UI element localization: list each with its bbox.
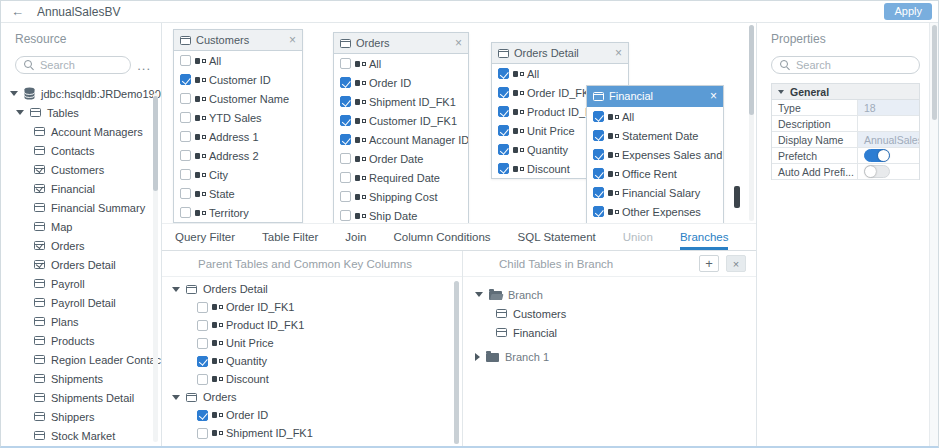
column-row[interactable]: Shipping Cost [334, 187, 468, 206]
tree-group-orders[interactable]: Orders [162, 388, 462, 406]
checkbox[interactable] [197, 338, 208, 349]
tree-group-orders-detail[interactable]: Orders Detail [162, 280, 462, 298]
column-row[interactable]: Other Expenses [587, 202, 723, 221]
tree-item-table[interactable]: Shipments Detail [1, 388, 161, 407]
checkbox[interactable] [197, 446, 208, 447]
key-column-row[interactable]: Discount [162, 370, 462, 388]
caret-right-icon[interactable] [475, 353, 480, 361]
checkbox[interactable] [593, 149, 604, 160]
table-card-orders[interactable]: Orders× All Order ID Shipment ID_FK1 Cus… [333, 32, 469, 223]
tree-item-table[interactable]: Plans [1, 312, 161, 331]
close-icon[interactable]: × [289, 34, 296, 46]
table-card-financial[interactable]: Financial× All Statement Date Expenses S… [586, 85, 724, 223]
caret-down-icon[interactable] [475, 292, 483, 297]
checkbox[interactable] [340, 115, 351, 126]
checkbox[interactable] [593, 111, 604, 122]
property-value-input[interactable] [858, 116, 919, 131]
checkbox[interactable] [180, 74, 191, 85]
tree-item-connection[interactable]: jdbc:hsqldb:JRDemo1900 [1, 84, 161, 103]
checkbox[interactable] [498, 125, 509, 136]
column-row[interactable]: Statement Date [587, 126, 723, 145]
checkbox[interactable] [498, 68, 509, 79]
branch-row[interactable]: Branch [463, 285, 756, 304]
tree-item-table[interactable]: Top 10 Hospitals [1, 445, 161, 446]
column-row[interactable]: All [334, 54, 468, 73]
more-options-button[interactable]: ... [137, 63, 151, 68]
tree-item-table[interactable]: Region Leader Contact [1, 350, 161, 369]
tree-item-table[interactable]: Payroll [1, 274, 161, 293]
checkbox[interactable] [180, 131, 191, 142]
tree-item-table[interactable]: Stock Market [1, 426, 161, 445]
checkbox[interactable] [180, 112, 191, 123]
column-row[interactable]: Customer Name [174, 89, 302, 108]
checkbox[interactable] [340, 96, 351, 107]
checkbox[interactable] [197, 356, 208, 367]
checkbox[interactable] [197, 302, 208, 313]
tree-item-table[interactable]: Map [1, 217, 161, 236]
checkbox[interactable] [498, 87, 509, 98]
tab-column-conditions[interactable]: Column Conditions [393, 224, 490, 250]
tree-item-table[interactable]: Shippers [1, 407, 161, 426]
auto-add-prefix-toggle[interactable] [864, 165, 890, 178]
table-card-customers[interactable]: Customers× All Customer ID Customer Name… [173, 29, 303, 223]
checkbox[interactable] [340, 153, 351, 164]
checkbox[interactable] [180, 169, 191, 180]
tab-sql-statement[interactable]: SQL Statement [518, 224, 596, 250]
caret-down-icon[interactable] [172, 395, 180, 400]
checkbox[interactable] [498, 144, 509, 155]
checkbox[interactable] [180, 207, 191, 218]
window-scrollbar[interactable] [929, 23, 938, 446]
caret-down-icon[interactable] [10, 91, 18, 96]
checkbox[interactable] [498, 106, 509, 117]
checkbox[interactable] [340, 210, 351, 221]
checkbox[interactable] [197, 374, 208, 385]
prefetch-toggle[interactable] [864, 149, 890, 162]
checkbox[interactable] [340, 191, 351, 202]
checkbox[interactable] [593, 130, 604, 141]
column-row[interactable]: YTD Sales [174, 108, 302, 127]
checkbox[interactable] [180, 150, 191, 161]
checkbox[interactable] [340, 134, 351, 145]
checkbox[interactable] [340, 58, 351, 69]
checkbox[interactable] [197, 410, 208, 421]
checkbox[interactable] [498, 163, 509, 174]
column-row[interactable]: Customer ID_FK1 [334, 111, 468, 130]
scrollbar-thumb[interactable] [454, 281, 459, 444]
tree-item-tables-folder[interactable]: Tables [1, 103, 161, 122]
checkbox[interactable] [180, 188, 191, 199]
key-column-row[interactable]: Quantity [162, 352, 462, 370]
tab-join[interactable]: Join [345, 224, 366, 250]
branch-row[interactable]: Branch 1 [463, 347, 756, 366]
scrollbar-thumb[interactable] [932, 25, 937, 120]
scrollbar-thumb[interactable] [153, 96, 158, 191]
checkbox[interactable] [340, 172, 351, 183]
column-row[interactable]: Customer ID [174, 70, 302, 89]
tree-item-table[interactable]: Orders Detail [1, 255, 161, 274]
section-general[interactable]: General [772, 84, 919, 100]
checkbox[interactable] [593, 206, 604, 217]
tab-query-filter[interactable]: Query Filter [175, 224, 235, 250]
tree-item-table[interactable]: Account Managers [1, 122, 161, 141]
back-arrow-icon[interactable]: ← [11, 5, 24, 18]
column-row[interactable]: Address 2 [174, 146, 302, 165]
tree-item-table[interactable]: Financial [1, 179, 161, 198]
add-branch-button[interactable]: + [699, 255, 719, 272]
close-icon[interactable]: × [710, 90, 717, 102]
column-row[interactable]: Account Manager ID_FK1 [334, 130, 468, 149]
column-row[interactable]: Order Date [334, 149, 468, 168]
checkbox[interactable] [593, 168, 604, 179]
tree-item-table[interactable]: Customers [1, 160, 161, 179]
column-row[interactable]: Expenses Sales and Marketing [587, 145, 723, 164]
key-column-row[interactable]: Order ID [162, 406, 462, 424]
column-row[interactable]: Order ID [334, 73, 468, 92]
column-row[interactable] [587, 221, 723, 223]
tree-item-table[interactable]: Shipments [1, 369, 161, 388]
caret-down-icon[interactable] [16, 110, 24, 115]
checkbox[interactable] [340, 77, 351, 88]
key-column-row[interactable]: Product ID_FK1 [162, 316, 462, 334]
tab-branches[interactable]: Branches [680, 224, 729, 250]
properties-search-input[interactable]: Search [771, 56, 920, 74]
column-row[interactable]: Shipment ID_FK1 [334, 92, 468, 111]
key-column-row[interactable]: Shipment ID_FK1 [162, 424, 462, 442]
checkbox[interactable] [180, 55, 191, 66]
